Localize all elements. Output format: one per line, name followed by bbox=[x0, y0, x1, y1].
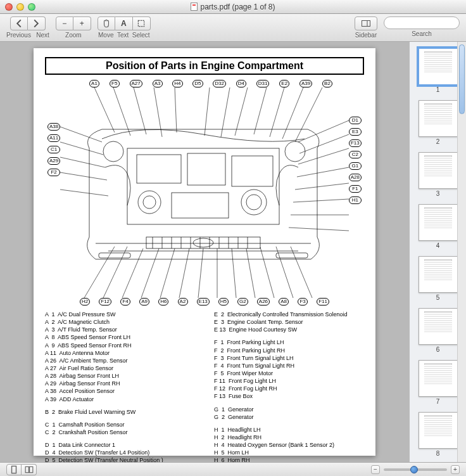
svg-line-41 bbox=[276, 247, 293, 298]
svg-rect-60 bbox=[187, 153, 225, 185]
thumbnail-number: 5 bbox=[419, 293, 458, 306]
sidebar-group: Sidebar bbox=[355, 16, 377, 39]
thumbnail-page[interactable] bbox=[419, 100, 458, 137]
svg-line-17 bbox=[60, 127, 102, 142]
svg-line-25 bbox=[297, 167, 349, 177]
thumbnail[interactable]: 4 bbox=[419, 204, 458, 254]
svg-line-15 bbox=[282, 87, 303, 139]
diagram-svg bbox=[45, 79, 364, 307]
svg-rect-61 bbox=[232, 156, 273, 186]
svg-line-13 bbox=[254, 87, 267, 134]
two-page-icon bbox=[25, 465, 34, 474]
parts-list: A 1 A/C Dual Pressure SW A 2 A/C Magneti… bbox=[45, 311, 364, 462]
thumbnail-number: 1 bbox=[419, 85, 458, 98]
engine-diagram: A1F5A27A3H4D5D32D4D31E2A39B2 A38A11C1A29… bbox=[45, 79, 364, 307]
svg-line-27 bbox=[293, 199, 349, 202]
svg-line-36 bbox=[198, 248, 203, 298]
thumbnail[interactable]: 8 bbox=[419, 412, 458, 462]
arrow-left-icon bbox=[15, 19, 23, 28]
svg-rect-70 bbox=[25, 466, 28, 472]
previous-button[interactable] bbox=[10, 16, 28, 30]
single-page-button[interactable] bbox=[6, 464, 22, 475]
svg-line-19 bbox=[60, 157, 105, 167]
sidebar-toggle-button[interactable] bbox=[355, 16, 377, 30]
document-icon bbox=[191, 3, 198, 11]
page-title: Position of Parts in Engine Compartment bbox=[45, 57, 364, 75]
thumbnail-page[interactable] bbox=[419, 360, 458, 397]
scrollbar-thumb[interactable] bbox=[459, 44, 465, 114]
move-tool-button[interactable] bbox=[98, 16, 115, 30]
zoom-out-button[interactable]: − bbox=[56, 16, 73, 30]
zoom-in-status[interactable]: + bbox=[451, 465, 460, 474]
nav-labels: Previous Next bbox=[6, 32, 49, 39]
thumbnail[interactable]: 2 bbox=[419, 100, 458, 150]
svg-rect-64 bbox=[172, 193, 229, 218]
zoom-in-button[interactable]: + bbox=[73, 16, 91, 30]
thumbnail-page[interactable] bbox=[419, 48, 458, 85]
svg-line-40 bbox=[260, 247, 274, 298]
tool-group: A Move Text Select bbox=[98, 16, 151, 39]
thumbnail-page[interactable] bbox=[419, 152, 458, 189]
sidebar-scrollbar[interactable] bbox=[457, 42, 466, 462]
svg-line-32 bbox=[122, 248, 143, 298]
window-title: parts.pdf (page 1 of 8) bbox=[0, 3, 466, 11]
parts-group: E 2 Electronically Controlled Transmissi… bbox=[214, 311, 364, 333]
svg-point-65 bbox=[241, 190, 267, 215]
parts-group: G 1 Generator G 2 Generator bbox=[214, 406, 364, 421]
thumbnail-page[interactable] bbox=[419, 204, 458, 241]
thumbnail[interactable]: 6 bbox=[419, 308, 458, 358]
svg-line-10 bbox=[205, 87, 210, 136]
next-button[interactable] bbox=[28, 16, 46, 30]
status-bar: − + bbox=[0, 462, 466, 476]
parts-group: C 1 Camshaft Position Sensor C 2 Cranksh… bbox=[45, 421, 195, 436]
thumbnail[interactable]: 3 bbox=[419, 152, 458, 202]
thumbnail-page[interactable] bbox=[419, 256, 458, 293]
two-page-button[interactable] bbox=[22, 464, 37, 475]
thumbnail-number: 2 bbox=[419, 137, 458, 150]
svg-line-16 bbox=[295, 87, 322, 142]
sidebar-label: Sidebar bbox=[355, 32, 377, 39]
svg-line-31 bbox=[103, 247, 127, 298]
svg-line-7 bbox=[134, 87, 146, 134]
svg-rect-43 bbox=[99, 253, 130, 258]
zoom-label: Zoom bbox=[65, 32, 82, 39]
svg-line-6 bbox=[113, 87, 130, 136]
svg-line-30 bbox=[84, 247, 115, 298]
sidebar-icon bbox=[362, 19, 370, 28]
zoom-slider-knob[interactable] bbox=[410, 466, 418, 473]
svg-point-63 bbox=[143, 196, 156, 209]
svg-point-66 bbox=[246, 195, 261, 210]
thumbnail-number: 6 bbox=[419, 345, 458, 358]
thumbnail-number: 8 bbox=[419, 449, 458, 462]
select-tool-button[interactable] bbox=[133, 16, 151, 30]
thumbnail[interactable]: 5 bbox=[419, 256, 458, 306]
svg-point-57 bbox=[193, 238, 213, 247]
parts-column-right: E 2 Electronically Controlled Transmissi… bbox=[214, 311, 364, 462]
page-viewport[interactable]: Position of Parts in Engine Compartment … bbox=[0, 42, 409, 462]
svg-line-18 bbox=[60, 142, 103, 155]
svg-line-33 bbox=[141, 248, 159, 298]
thumbnail[interactable]: 7 bbox=[419, 360, 458, 410]
parts-group: F 1 Front Parking Light LH F 2 Front Par… bbox=[214, 338, 364, 400]
thumbnail-page[interactable] bbox=[419, 412, 458, 449]
svg-line-29 bbox=[289, 228, 349, 231]
svg-rect-59 bbox=[137, 155, 181, 183]
svg-line-12 bbox=[235, 87, 248, 136]
text-tool-button[interactable]: A bbox=[115, 16, 133, 30]
svg-rect-45 bbox=[146, 237, 260, 248]
zoom-slider[interactable] bbox=[384, 468, 447, 471]
thumbnail-number: 4 bbox=[419, 241, 458, 254]
thumbnail-number: 3 bbox=[419, 189, 458, 202]
search-input[interactable] bbox=[384, 16, 460, 29]
svg-line-35 bbox=[179, 248, 189, 298]
search-group: Search bbox=[384, 16, 460, 37]
plus-icon: + bbox=[80, 19, 84, 28]
svg-line-22 bbox=[298, 120, 349, 142]
window-titlebar: parts.pdf (page 1 of 8) bbox=[0, 0, 466, 14]
thumbnail[interactable]: 1 bbox=[419, 48, 458, 98]
zoom-out-status[interactable]: − bbox=[371, 465, 380, 474]
thumbnail-page[interactable] bbox=[419, 308, 458, 345]
svg-rect-0 bbox=[139, 20, 144, 26]
thumbnail-sidebar[interactable]: 12345678 bbox=[409, 42, 466, 462]
zoom-group: − + Zoom bbox=[56, 16, 91, 39]
